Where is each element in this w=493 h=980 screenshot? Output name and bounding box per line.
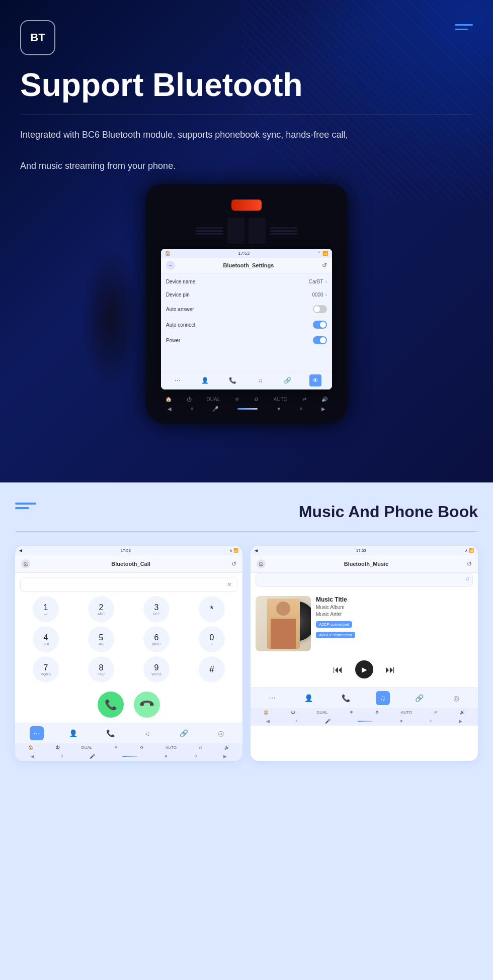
call-back-icon: ◀: [19, 548, 22, 553]
nav-music[interactable]: ♫: [254, 374, 266, 386]
auto-connect-toggle[interactable]: [313, 321, 327, 329]
music-toolbar-vol[interactable]: 🔊: [460, 710, 465, 715]
dial-input[interactable]: ✕: [20, 577, 237, 592]
call-toolbar-power[interactable]: ⏻: [55, 745, 59, 750]
music-ctrl-right[interactable]: ▶: [459, 719, 462, 724]
call-nav-link[interactable]: 🔗: [177, 726, 191, 740]
car-ctrl-snow[interactable]: ✷: [277, 406, 281, 412]
music-search-bar[interactable]: ♫: [256, 573, 473, 587]
call-back-btn[interactable]: ↺: [231, 560, 236, 567]
music-toolbar-arrows[interactable]: ⇄: [434, 710, 438, 715]
settings-row-auto-connect[interactable]: Auto connect: [161, 317, 332, 333]
music-home-btn[interactable]: 🏠: [257, 559, 266, 568]
music-note-icon: ♫: [465, 575, 469, 581]
music-toolbar-power[interactable]: ⏻: [291, 710, 295, 715]
call-nav-eye[interactable]: ◎: [214, 726, 228, 740]
music-nav-music[interactable]: ♫: [376, 691, 390, 705]
car-nav-dual: DUAL: [207, 397, 220, 402]
bluetooth-settings-list: Device name CarBT › Device pin 0000 › Au…: [161, 273, 332, 350]
car-nav-recycle[interactable]: ♻: [254, 397, 259, 402]
back-button[interactable]: ←: [166, 261, 175, 270]
dial-key-2[interactable]: 2 ABC: [88, 596, 114, 622]
call-toolbar-home[interactable]: 🏠: [28, 745, 33, 750]
car-ctrl-right[interactable]: ▶: [321, 406, 325, 412]
car-ctrl-zero-r: 0: [300, 407, 302, 411]
car-nav-home[interactable]: 🏠: [166, 397, 172, 402]
bottom-header: Music And Phone Book: [15, 503, 478, 521]
music-card: ◀ 17:53 ∧ 📶 🏠 Bluetooth_Music ↺ ♫: [251, 546, 478, 761]
call-toolbar-ac[interactable]: ❄: [114, 745, 118, 750]
music-nav-eye[interactable]: ◎: [449, 691, 463, 705]
car-nav-power[interactable]: ⏻: [187, 397, 192, 402]
auto-answer-toggle[interactable]: [313, 305, 327, 313]
call-toolbar-vol[interactable]: 🔊: [224, 745, 229, 750]
music-ctrl-left[interactable]: ◀: [266, 719, 270, 724]
music-toolbar-recycle[interactable]: ♻: [375, 710, 379, 715]
prev-button[interactable]: ⏮: [333, 664, 343, 675]
car-nav-vol[interactable]: 🔊: [321, 397, 327, 402]
call-nav-phone[interactable]: 📞: [103, 726, 117, 740]
play-button[interactable]: ▶: [355, 660, 373, 678]
music-ctrl-snow[interactable]: ✷: [399, 719, 403, 724]
music-ctrl-mic[interactable]: 🎤: [325, 719, 331, 724]
dial-key-5[interactable]: 5 JKL: [88, 626, 114, 652]
dial-key-7[interactable]: 7 PQRS: [33, 656, 59, 682]
call-nav-grid[interactable]: ⋯: [30, 726, 44, 740]
dial-key-8[interactable]: 8 TUV: [88, 656, 114, 682]
call-ctrl-snow[interactable]: ✷: [164, 754, 168, 759]
next-button[interactable]: ⏭: [385, 664, 395, 675]
call-toolbar-arrows[interactable]: ⇄: [199, 745, 202, 750]
call-button[interactable]: 📞: [98, 692, 124, 718]
settings-row-auto-answer[interactable]: Auto answer: [161, 302, 332, 317]
nav-link[interactable]: 🔗: [282, 374, 294, 386]
car-nav-ac[interactable]: ❄: [235, 397, 239, 402]
dial-key-3[interactable]: 3 DEF: [143, 596, 170, 622]
nav-person[interactable]: 👤: [199, 374, 211, 386]
music-nav-phone[interactable]: 📞: [339, 691, 353, 705]
menu-icon[interactable]: [455, 24, 473, 30]
music-back-icon: ◀: [255, 548, 258, 553]
dial-key-9[interactable]: 9 WXYZ: [143, 656, 170, 682]
nav-home[interactable]: ⋯: [172, 374, 184, 386]
call-toolbar-recycle[interactable]: ♻: [140, 745, 143, 750]
call-nav-music[interactable]: ♫: [140, 726, 154, 740]
music-back-btn[interactable]: ↺: [467, 560, 472, 567]
power-toggle[interactable]: [313, 336, 327, 344]
call-ctrl-left[interactable]: ◀: [31, 754, 34, 759]
nav-phone[interactable]: 📞: [227, 374, 239, 386]
dial-key-0[interactable]: 0 +: [199, 626, 225, 652]
car-nav-arrows[interactable]: ⇄: [302, 397, 306, 402]
bluetooth-badge: BT: [20, 20, 55, 55]
refresh-button[interactable]: ↺: [322, 262, 327, 269]
tablet-header: ← Bluetooth_Settings ↺: [161, 258, 332, 273]
call-home-btn[interactable]: 🏠: [21, 559, 30, 568]
clear-button[interactable]: ✕: [227, 581, 232, 588]
car-ctrl-mic[interactable]: 🎤: [212, 406, 218, 412]
music-toolbar-ac[interactable]: ❄: [350, 710, 353, 715]
settings-row-power[interactable]: Power: [161, 333, 332, 348]
dial-key-1[interactable]: 1 —: [33, 596, 59, 622]
music-nav-link[interactable]: 🔗: [413, 691, 427, 705]
dial-key-hash[interactable]: #: [199, 656, 225, 682]
music-nav-person[interactable]: 👤: [302, 691, 316, 705]
tablet-screen[interactable]: 🏠 17:53 ⌃ 📶 ← Bluetooth_Settings ↺ Devic…: [161, 249, 332, 389]
music-nav-grid[interactable]: ⋯: [265, 691, 279, 705]
dial-key-4[interactable]: 4 GHI: [33, 626, 59, 652]
bottom-section: Music And Phone Book ◀ 17:53 ∧ 📶 🏠 Bluet…: [0, 482, 493, 980]
call-ctrl-mic[interactable]: 🎤: [90, 754, 95, 759]
car-ctrl-left[interactable]: ◀: [168, 406, 172, 412]
music-volume-slider[interactable]: [358, 721, 373, 722]
nav-eye[interactable]: 👁: [309, 374, 321, 386]
call-ctrl-right[interactable]: ▶: [223, 754, 227, 759]
dial-key-star[interactable]: *: [199, 596, 225, 622]
hangup-button[interactable]: 📞: [128, 686, 166, 723]
hero-description: Integrated with BC6 Bluetooth module, su…: [20, 127, 362, 173]
dial-key-6[interactable]: 6 MNO: [143, 626, 170, 652]
call-nav-person[interactable]: 👤: [66, 726, 80, 740]
settings-row-device-pin[interactable]: Device pin 0000 ›: [161, 288, 332, 302]
music-toolbar-home[interactable]: 🏠: [264, 710, 269, 715]
settings-row-device-name[interactable]: Device name CarBT ›: [161, 275, 332, 288]
volume-slider[interactable]: [237, 408, 258, 410]
call-volume-slider[interactable]: [122, 756, 137, 757]
hamburger-menu[interactable]: [15, 503, 36, 509]
